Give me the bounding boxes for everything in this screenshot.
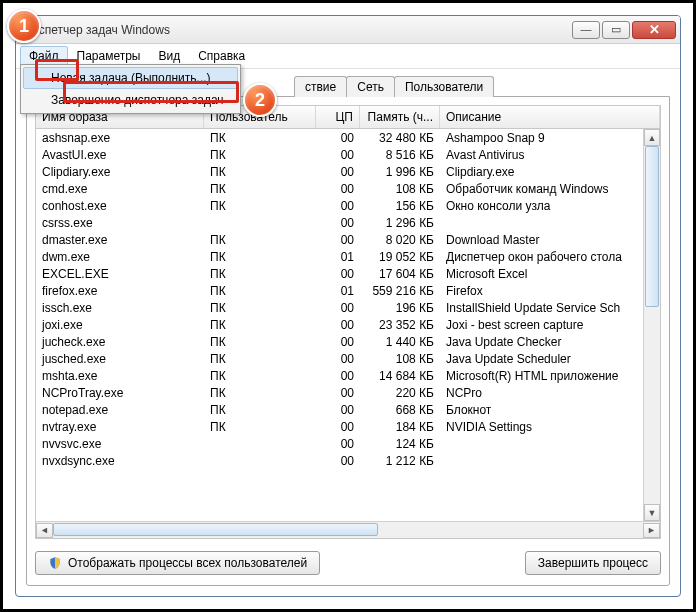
scroll-down-icon[interactable]: ▼ [644, 504, 660, 521]
show-all-users-label: Отображать процессы всех пользователей [68, 556, 307, 570]
cell-name: cmd.exe [36, 182, 204, 196]
cell-user: ПК [204, 335, 316, 349]
cell-user: ПК [204, 182, 316, 196]
table-row[interactable]: firefox.exeПК01559 216 КБFirefox [36, 282, 660, 299]
cell-user: ПК [204, 199, 316, 213]
scroll-up-icon[interactable]: ▲ [644, 129, 660, 146]
cell-cpu: 00 [316, 216, 360, 230]
table-row[interactable]: csrss.exe001 296 КБ [36, 214, 660, 231]
cell-mem: 8 516 КБ [360, 148, 440, 162]
minimize-button[interactable]: — [572, 21, 600, 39]
tab-services-partial[interactable]: ствие [294, 76, 347, 97]
vertical-scrollbar[interactable]: ▲ ▼ [643, 129, 660, 521]
close-icon: ✕ [649, 23, 660, 36]
cell-mem: 1 996 КБ [360, 165, 440, 179]
callout-2: 2 [243, 83, 277, 117]
cell-desc: Microsoft Excel [440, 267, 660, 281]
table-row[interactable]: jusched.exeПК00108 КБJava Update Schedul… [36, 350, 660, 367]
menu-view[interactable]: Вид [149, 46, 189, 66]
maximize-button[interactable]: ▭ [602, 21, 630, 39]
cell-mem: 559 216 КБ [360, 284, 440, 298]
cell-mem: 220 КБ [360, 386, 440, 400]
cell-name: dwm.exe [36, 250, 204, 264]
cell-name: nvvsvc.exe [36, 437, 204, 451]
title-bar[interactable]: Диспетчер задач Windows — ▭ ✕ [16, 16, 680, 44]
table-body[interactable]: ▲ ▼ ashsnap.exeПК0032 480 КБAshampoo Sna… [36, 129, 660, 521]
table-row[interactable]: nvxdsync.exe001 212 КБ [36, 452, 660, 469]
cell-cpu: 00 [316, 233, 360, 247]
col-mem[interactable]: Память (ч... [360, 106, 440, 128]
menu-help[interactable]: Справка [189, 46, 254, 66]
cell-mem: 19 052 КБ [360, 250, 440, 264]
file-menu-dropdown: Новая задача (Выполнить...) Завершение д… [20, 64, 241, 114]
table-row[interactable]: Clipdiary.exeПК001 996 КБClipdiary.exe [36, 163, 660, 180]
shield-icon [48, 556, 62, 570]
window-title: Диспетчер задач Windows [24, 23, 570, 37]
table-row[interactable]: notepad.exeПК00668 КББлокнот [36, 401, 660, 418]
cell-mem: 196 КБ [360, 301, 440, 315]
vscroll-thumb[interactable] [645, 146, 659, 307]
table-row[interactable]: nvtray.exeПК00184 КБNVIDIA Settings [36, 418, 660, 435]
table-row[interactable]: jucheck.exeПК001 440 КБJava Update Check… [36, 333, 660, 350]
cell-desc: Microsoft(R) HTML приложение [440, 369, 660, 383]
col-desc[interactable]: Описание [440, 106, 660, 128]
cell-mem: 1 440 КБ [360, 335, 440, 349]
cell-desc: Окно консоли узла [440, 199, 660, 213]
cell-cpu: 00 [316, 182, 360, 196]
cell-cpu: 00 [316, 369, 360, 383]
cell-desc: NCPro [440, 386, 660, 400]
cell-name: jusched.exe [36, 352, 204, 366]
table-row[interactable]: issch.exeПК00196 КБInstallShield Update … [36, 299, 660, 316]
cell-user: ПК [204, 233, 316, 247]
cell-name: conhost.exe [36, 199, 204, 213]
cell-user: ПК [204, 420, 316, 434]
menu-bar: Файл Параметры Вид Справка Новая задача … [16, 44, 680, 69]
cell-user: ПК [204, 352, 316, 366]
cell-mem: 184 КБ [360, 420, 440, 434]
cell-mem: 17 604 КБ [360, 267, 440, 281]
cell-user: ПК [204, 403, 316, 417]
table-row[interactable]: joxi.exeПК0023 352 КБJoxi - best screen … [36, 316, 660, 333]
cell-name: jucheck.exe [36, 335, 204, 349]
end-process-button[interactable]: Завершить процесс [525, 551, 661, 575]
cell-desc: InstallShield Update Service Sch [440, 301, 660, 315]
cell-cpu: 00 [316, 403, 360, 417]
cell-cpu: 00 [316, 131, 360, 145]
cell-desc: Диспетчер окон рабочего стола [440, 250, 660, 264]
cell-desc: NVIDIA Settings [440, 420, 660, 434]
cell-mem: 8 020 КБ [360, 233, 440, 247]
menu-options[interactable]: Параметры [68, 46, 150, 66]
cell-name: notepad.exe [36, 403, 204, 417]
cell-mem: 108 КБ [360, 182, 440, 196]
horizontal-scrollbar[interactable]: ◄ ► [36, 521, 660, 538]
cell-mem: 668 КБ [360, 403, 440, 417]
tab-network[interactable]: Сеть [346, 76, 395, 97]
table-row[interactable]: cmd.exeПК00108 КБОбработчик команд Windo… [36, 180, 660, 197]
table-row[interactable]: EXCEL.EXEПК0017 604 КБMicrosoft Excel [36, 265, 660, 282]
table-row[interactable]: mshta.exeПК0014 684 КБMicrosoft(R) HTML … [36, 367, 660, 384]
table-row[interactable]: nvvsvc.exe00124 КБ [36, 435, 660, 452]
table-row[interactable]: dwm.exeПК0119 052 КБДиспетчер окон рабоч… [36, 248, 660, 265]
menu-file[interactable]: Файл [20, 46, 68, 66]
table-row[interactable]: ashsnap.exeПК0032 480 КБAshampoo Snap 9 [36, 129, 660, 146]
minimize-icon: — [581, 24, 592, 35]
table-row[interactable]: dmaster.exeПК008 020 КБDownload Master [36, 231, 660, 248]
cell-desc: Java Update Checker [440, 335, 660, 349]
cell-name: csrss.exe [36, 216, 204, 230]
tab-users[interactable]: Пользователи [394, 76, 494, 97]
table-row[interactable]: NCProTray.exeПК00220 КБNCPro [36, 384, 660, 401]
close-button[interactable]: ✕ [632, 21, 676, 39]
menu-item-exit[interactable]: Завершение диспетчера задач [23, 89, 238, 111]
cell-name: dmaster.exe [36, 233, 204, 247]
scroll-right-icon[interactable]: ► [643, 523, 660, 538]
menu-item-new-task[interactable]: Новая задача (Выполнить...) [23, 67, 238, 89]
show-all-users-button[interactable]: Отображать процессы всех пользователей [35, 551, 320, 575]
scroll-left-icon[interactable]: ◄ [36, 523, 53, 538]
cell-user: ПК [204, 284, 316, 298]
table-row[interactable]: conhost.exeПК00156 КБОкно консоли узла [36, 197, 660, 214]
cell-desc: Clipdiary.exe [440, 165, 660, 179]
table-row[interactable]: AvastUI.exeПК008 516 КБAvast Antivirus [36, 146, 660, 163]
hscroll-thumb[interactable] [53, 523, 378, 536]
col-cpu[interactable]: ЦП [316, 106, 360, 128]
cell-user: ПК [204, 386, 316, 400]
